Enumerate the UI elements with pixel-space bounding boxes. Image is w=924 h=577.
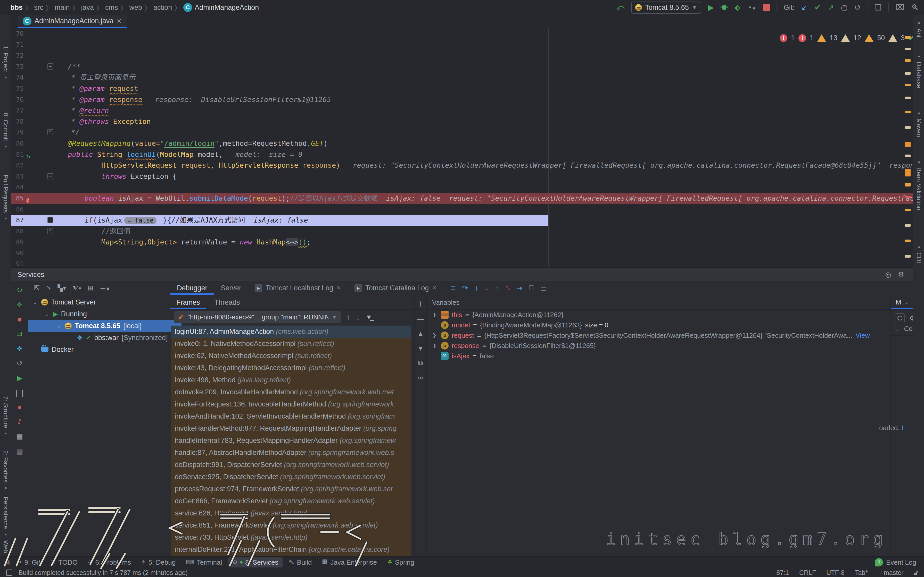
stripe-bean-validation[interactable]: ▪Bean Validation	[913, 159, 924, 210]
project-structure-icon[interactable]: ❏	[875, 3, 882, 11]
stack-frame[interactable]: service:626, HttpServlet (javax.servlet.…	[171, 507, 411, 519]
search-icon[interactable]: 🔍︎	[911, 3, 919, 11]
stack-frame[interactable]: doService:925, DispatcherServlet (org.sp…	[171, 471, 411, 483]
stack-frame[interactable]: doGet:866, FrameworkServlet (org.springf…	[171, 495, 411, 507]
add-service-icon[interactable]: ⊞	[88, 284, 94, 292]
chevron-icon[interactable]: ⌄	[44, 311, 50, 317]
code-line[interactable]: 74* 员工登录页面显示	[11, 72, 914, 83]
debug-tab-server[interactable]: Server	[214, 281, 248, 295]
filter-icon[interactable]: ▼̲	[365, 313, 372, 321]
duplicate-icon[interactable]: ⧉	[418, 359, 423, 367]
window-switcher-icon[interactable]: ▣	[4, 559, 10, 566]
git-push-icon[interactable]: ↗	[827, 3, 834, 11]
pause-icon[interactable]: ❙❙	[14, 388, 26, 397]
stripe-2-favorites[interactable]: 2: Favorites▪	[0, 450, 11, 491]
stack-frame[interactable]: internalDoFilter:231, ApplicationFilterC…	[171, 543, 411, 556]
toolwindow-button-todo[interactable]: ☰TODO	[47, 558, 82, 567]
chevron-icon[interactable]: ⌄	[32, 299, 38, 305]
fold-marker-icon[interactable]: ⌃	[47, 228, 53, 234]
unlocked-icon[interactable]: 🔓︎	[914, 569, 918, 576]
stack-frame[interactable]: handle:87, AbstractHandlerMethodAdapter …	[171, 446, 411, 459]
update-app-icon[interactable]: ⇉	[16, 330, 23, 338]
stripe-persistence[interactable]: Persistence▪	[0, 496, 11, 537]
thread-dump-icon[interactable]: ▤	[16, 432, 23, 441]
git-branch[interactable]: ⑂ master	[878, 569, 903, 577]
debug-rerun-icon[interactable]: 🞜	[17, 301, 23, 309]
code-line[interactable]: 76* @param response response: DisableUrl…	[11, 94, 914, 105]
target-icon[interactable]: ◎	[885, 271, 891, 279]
code-line[interactable]: 87−if(isAjax= false ){//如果是AJAX方式访问 isAj…	[11, 215, 914, 226]
collapse-all-icon[interactable]: ⇲	[46, 284, 52, 292]
code-editor[interactable]: 70717273−/**74* 员工登录页面显示75* @param reque…	[11, 28, 914, 268]
variable-response[interactable]: ❯presponse = {DisableUrlSessionFilter$1@…	[427, 340, 890, 351]
breadcrumb-item[interactable]: bbs	[10, 3, 23, 11]
git-update-icon[interactable]: ↙	[801, 3, 808, 11]
filter-icon[interactable]: ⧨▾	[73, 284, 82, 292]
run-config-selector[interactable]: Tomcat 8.5.65 ▼	[631, 2, 701, 14]
stripe-database[interactable]: ▪Database	[913, 53, 924, 89]
code-line[interactable]: 91	[11, 259, 914, 268]
rollback-icon[interactable]: ↺	[854, 3, 861, 11]
line-ending[interactable]: CRLF	[799, 569, 816, 577]
stack-frame[interactable]: invoke:62, NativeMethodAccessorImpl (sun…	[171, 350, 411, 362]
code-line[interactable]: 73−/**	[11, 61, 914, 73]
down-arrow-icon[interactable]: ↓	[356, 313, 360, 321]
stack-frame[interactable]: invoke:43, DelegatingMethodAccessorImpl …	[171, 362, 411, 374]
breadcrumb-item[interactable]: action	[153, 3, 172, 11]
debug-icon[interactable]	[720, 3, 728, 11]
step-over-icon[interactable]: ↷	[462, 284, 468, 292]
chevron-icon[interactable]: ⌄	[56, 323, 62, 329]
close-icon[interactable]: ✕	[116, 18, 122, 25]
toolwindow-button-9-git[interactable]: ⚑9: Git	[13, 558, 45, 567]
debug-tab-tomcat-catalina-log[interactable]: ▸Tomcat Catalina Log✕	[348, 281, 443, 295]
code-line[interactable]: 84	[11, 182, 914, 193]
up-arrow-icon[interactable]: ↑	[347, 313, 351, 321]
code-line[interactable]: 71	[11, 39, 914, 50]
toolwindow-button-build[interactable]: 🔨︎Build	[284, 558, 316, 567]
terminal-window-icon[interactable]: ⌧	[895, 3, 905, 11]
stack-frame[interactable]: handleInternal:783, RequestMappingHandle…	[171, 435, 411, 446]
stripe-maven[interactable]: ▪Maven	[913, 110, 924, 137]
code-line[interactable]: 78* @throws Exception	[11, 116, 914, 127]
code-line[interactable]: 82HttpServletRequest request, HttpServle…	[11, 160, 914, 171]
deploy-icon[interactable]: ❖	[16, 344, 23, 353]
toolwindow-button-terminal[interactable]: ⌨Terminal	[182, 558, 226, 567]
thread-dropdown[interactable]: ✔ "http-nio-8080-exec-9"... group "main"…	[174, 311, 341, 323]
breadcrumb-class[interactable]: CAdminManageAction	[183, 3, 259, 12]
stack-frame[interactable]: invokeForRequest:136, InvocableHandlerMe…	[171, 398, 411, 410]
stack-frame[interactable]: service:851, FrameworkServlet (org.sprin…	[171, 519, 411, 532]
stripe-7-structure[interactable]: 7: Structure▪	[0, 396, 11, 436]
tree-item-tomcat-8-5-65[interactable]: ⌄Tomcat 8.5.65 [local]	[28, 320, 181, 332]
rerun-icon[interactable]: ↻	[16, 286, 23, 295]
view-breakpoints-icon[interactable]: ⫽	[18, 417, 21, 426]
inspections-widget[interactable]: !1!11312503✔2⌃⌄	[780, 34, 914, 42]
stripe-0-commit[interactable]: 0: Commit▪	[0, 113, 11, 149]
stop-icon[interactable]: ■	[18, 315, 22, 324]
expand-all-icon[interactable]: ⇱	[34, 284, 40, 292]
stack-frame[interactable]: service:733, HttpServlet (javax.servlet.…	[171, 532, 411, 543]
stripe-pull-requests[interactable]: Pull Requests▪	[0, 175, 11, 221]
tab-threads[interactable]: Threads	[208, 296, 246, 309]
tab-adminmanageaction[interactable]: C AdminManageAction.java ✕	[18, 15, 127, 28]
stack-frame[interactable]: loginUI:87, AdminManageAction (cms.web.a…	[171, 326, 411, 338]
variable-isAjax[interactable]: 01isAjax = false	[427, 351, 890, 361]
plus-icon[interactable]: ＋▾	[100, 283, 110, 293]
group-by-icon[interactable]: ▚▾	[58, 284, 66, 292]
stripe-ant[interactable]: ▪Ant	[913, 20, 924, 38]
variables-rows[interactable]: ❯this = {AdminManageAction@11262}pmodel …	[427, 309, 890, 361]
move-up-icon[interactable]: ▲	[417, 330, 424, 338]
fold-marker-icon[interactable]: −	[47, 63, 53, 69]
refresh-icon[interactable]: C	[895, 313, 905, 323]
run-to-cursor-icon[interactable]: ⇥	[516, 284, 522, 292]
run-icon[interactable]: ▶	[708, 3, 714, 11]
resume-icon[interactable]: ▶	[17, 374, 23, 382]
mute-breakpoints-icon[interactable]: ●	[18, 403, 22, 411]
close-icon[interactable]: ✕	[432, 285, 436, 291]
pin-icon[interactable]	[6, 569, 12, 576]
git-commit-icon[interactable]: ✔	[814, 3, 821, 11]
remove-watch-icon[interactable]: —	[417, 315, 424, 323]
stack-frame[interactable]: processRequest:974, FrameworkServlet (or…	[171, 483, 411, 495]
close-icon[interactable]: ✕	[336, 285, 341, 291]
step-into-icon[interactable]: ↓	[475, 284, 478, 292]
variable-this[interactable]: ❯this = {AdminManageAction@11262}	[427, 309, 890, 320]
